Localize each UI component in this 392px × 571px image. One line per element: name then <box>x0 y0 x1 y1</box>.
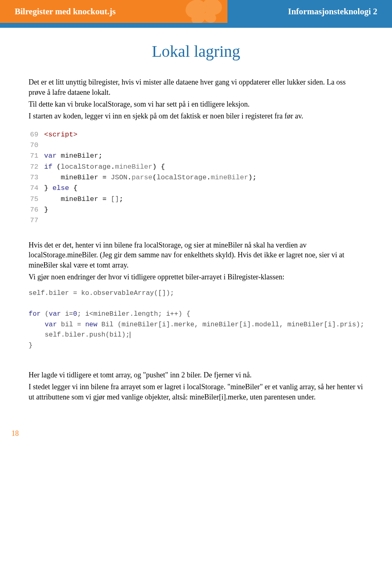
paragraph-1: Det er et litt unyttig bilregister, hvis… <box>29 77 363 98</box>
paragraph-6: Her lagde vi tidligere et tomt array, og… <box>29 370 363 380</box>
intro-block: Det er et litt unyttig bilregister, hvis… <box>29 77 363 121</box>
page-header: Bilregister med knockout.js Informasjons… <box>0 0 392 23</box>
code-snippet-1: 69<script> 70 71var mineBiler; 72if (loc… <box>29 127 363 229</box>
header-right-title: Informasjonsteknologi 2 <box>276 0 392 23</box>
paragraph-3: I starten av koden, legger vi inn en sje… <box>29 111 363 121</box>
code-snippet-2: self.biler = ko.observableArray([]); for… <box>29 288 363 350</box>
paragraph-7: I stedet legger vi inn bilene fra arraye… <box>29 382 363 402</box>
paragraph-5: Vi gjør noen endringer der hvor vi tidli… <box>29 272 363 282</box>
page-number: 18 <box>0 424 392 447</box>
paragraph-2: Til dette kan vi bruke localStorage, som… <box>29 99 363 109</box>
page-content: Lokal lagring Det er et litt unyttig bil… <box>0 28 392 424</box>
header-underline <box>0 23 392 28</box>
paragraph-4: Hvis det er det, henter vi inn bilene fr… <box>29 240 363 270</box>
end-block: Her lagde vi tidligere et tomt array, og… <box>29 370 363 402</box>
mid-block: Hvis det er det, henter vi inn bilene fr… <box>29 240 363 282</box>
page-title: Lokal lagring <box>29 40 363 62</box>
butterfly-decoration <box>180 0 229 23</box>
header-left-title: Bilregister med knockout.js <box>15 6 116 18</box>
